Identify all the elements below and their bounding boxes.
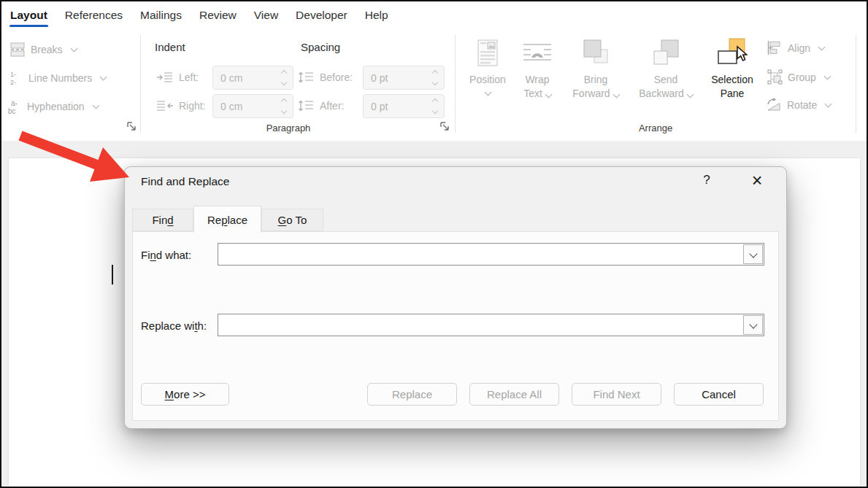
position-icon [475,38,501,69]
replace-button-label: Replace [392,388,432,400]
line-numbers-button[interactable]: 1-2- Line Numbers [9,69,106,87]
more-button-label: ore >> [174,388,205,400]
paragraph-dialog-launcher[interactable] [439,121,450,132]
align-button[interactable]: Align [767,41,824,55]
indent-left-spinner[interactable] [282,71,286,85]
replace-with-dropdown-button[interactable] [743,315,763,335]
chevron-down-icon [825,100,832,107]
spacing-after-row: After: [298,97,344,115]
indent-right-input[interactable]: 0 cm [212,94,293,118]
send-backward-label-2: Backward [639,88,683,99]
spacing-before-input[interactable]: 0 pt [363,66,445,90]
indent-right-spinner[interactable] [282,99,286,113]
find-what-input[interactable] [218,244,764,265]
indent-left-row: Left: [156,69,199,86]
find-what-label-post: d what: [156,249,191,261]
more-button[interactable]: More >> [141,383,229,406]
tab-find[interactable]: Find [132,209,193,231]
more-button-mnemonic: M [165,388,174,400]
chevron-down-icon [823,72,831,80]
indent-right-icon [156,100,174,112]
ribbon: Breaks 1-2- Line Numbers a-bc Hyphenatio… [1,29,867,142]
text-cursor [112,265,113,284]
tab-references-label: References [65,9,123,22]
align-icon [767,41,783,55]
position-label: Position [469,73,506,87]
spacing-after-label: After: [320,100,344,112]
spacing-after-value: 0 pt [371,101,388,112]
bring-forward-label-1: Bring [584,74,608,85]
indent-section-title: Indent [155,41,185,53]
tab-view[interactable]: View [245,1,287,29]
tab-developer[interactable]: Developer [287,1,356,29]
wrap-text-icon [523,38,552,69]
cancel-button[interactable]: Cancel [674,383,764,406]
tab-help[interactable]: Help [356,1,397,29]
help-button[interactable]: ? [699,173,715,190]
hyphenation-icon: a-bc [7,98,22,115]
tab-go-to-label: o To [286,214,307,226]
svg-text:1-: 1- [10,71,16,78]
chevron-down-icon [612,91,620,98]
hyphenation-label: Hyphenation [27,101,85,112]
tab-mailings[interactable]: Mailings [131,1,191,29]
chevron-down-icon [70,45,77,53]
spinner-down-icon [281,108,287,114]
tab-review[interactable]: Review [191,1,245,29]
send-backward-button[interactable]: Send Backward [631,38,701,101]
spacing-after-input[interactable]: 0 pt [363,94,445,118]
group-separator [856,35,856,133]
tab-layout[interactable]: Layout [1,1,56,29]
breaks-button[interactable]: Breaks [9,41,77,58]
indent-left-input[interactable]: 0 cm [212,66,293,90]
find-next-button[interactable]: Find Next [572,383,661,406]
spinner-up-icon [432,70,438,76]
line-numbers-label: Line Numbers [28,72,92,84]
chevron-down-icon [749,249,757,257]
dialog-title: Find and Replace [141,175,230,188]
group-button[interactable]: Group [767,69,830,85]
find-what-dropdown-button[interactable] [743,244,763,264]
svg-text:bc: bc [8,107,16,115]
tab-find-label: Fin [152,214,167,226]
bring-forward-button[interactable]: Bring Forward [562,38,629,101]
spacing-before-label: Before: [320,71,353,83]
replace-button[interactable]: Replace [367,383,457,406]
position-button[interactable]: Position [463,38,512,95]
send-backward-icon [652,38,680,69]
close-button[interactable]: × [745,169,769,192]
spinner-up-icon [432,98,438,104]
align-label: Align [788,42,810,54]
selection-pane-button[interactable]: Selection Pane [701,38,764,101]
page-setup-dialog-launcher[interactable] [126,121,137,132]
selection-pane-label-1: Selection [711,74,753,85]
spacing-before-value: 0 pt [371,72,388,84]
chevron-down-icon [686,91,694,98]
spacing-before-spinner[interactable] [433,71,437,85]
wrap-text-label-2: Text [523,88,542,99]
spinner-up-icon [281,70,287,76]
tab-go-to[interactable]: Go To [261,209,323,231]
send-backward-label-1: Send [654,74,678,85]
group-icon [767,69,783,85]
spacing-after-spinner[interactable] [433,99,437,113]
arrange-group-label: Arrange [619,123,692,133]
find-what-mnemonic: n [150,249,156,261]
breaks-icon [9,42,26,57]
indent-left-icon [156,71,174,83]
replace-all-button[interactable]: Replace All [469,383,559,406]
spinner-up-icon [281,98,287,104]
replace-with-input[interactable] [218,314,764,336]
ribbon-tab-bar: Layout References Mailings Review View D… [1,1,867,29]
tab-replace[interactable]: Replace [193,206,261,233]
rotate-icon [766,98,782,112]
chevron-down-icon [545,91,552,98]
tab-references[interactable]: References [56,1,131,29]
wrap-text-button[interactable]: Wrap Text [514,38,561,101]
hyphenation-button[interactable]: a-bc Hyphenation [7,98,99,115]
rotate-button[interactable]: Rotate [766,98,831,112]
find-what-label: Find what: [141,249,191,261]
spinner-down-icon [432,80,438,85]
selection-pane-icon [717,38,748,69]
find-what-label-pre: Fi [141,249,150,261]
